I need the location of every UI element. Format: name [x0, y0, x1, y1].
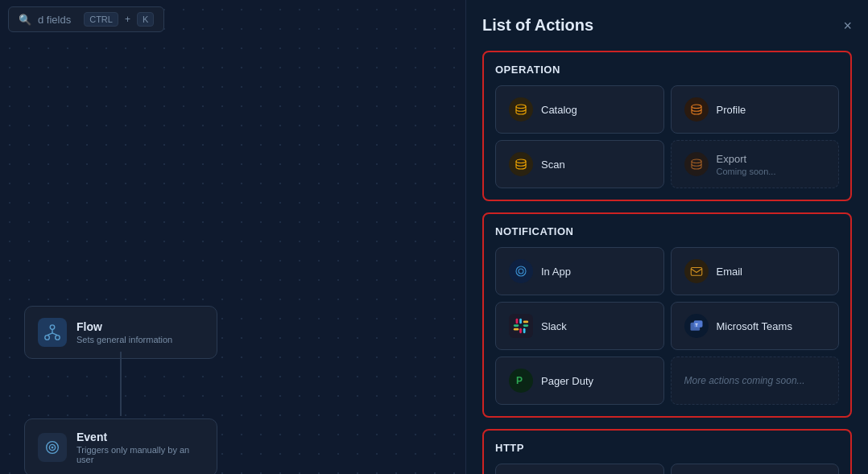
more-notification-button: More actions coming soon...	[671, 357, 840, 405]
flow-node-icon	[38, 318, 67, 347]
svg-rect-18	[514, 324, 519, 327]
svg-rect-19	[514, 328, 519, 331]
pagerduty-label: Pager Duty	[541, 375, 593, 387]
export-button: Export Coming soon...	[671, 140, 840, 188]
svg-rect-16	[516, 319, 519, 324]
svg-rect-21	[523, 328, 526, 333]
actions-panel: List of Actions × Operation Catalog	[465, 0, 868, 474]
svg-point-0	[50, 325, 55, 330]
profile-icon	[684, 97, 709, 122]
scan-button[interactable]: Scan	[495, 140, 664, 188]
profile-button[interactable]: Profile	[671, 85, 840, 134]
svg-point-1	[45, 336, 50, 340]
svg-point-13	[516, 266, 526, 276]
operation-grid: Catalog Profile	[495, 85, 839, 188]
panel-header: List of Actions ×	[482, 16, 852, 35]
event-node[interactable]: Event Triggers only manually by an user	[24, 418, 217, 474]
svg-text:T: T	[695, 323, 698, 328]
notification-section: Notification In App Emai	[482, 212, 852, 418]
httpaction-button[interactable]: HTTP Action	[671, 464, 840, 474]
webhook-button[interactable]: Webhook	[495, 464, 664, 474]
msteams-button[interactable]: T Microsoft Teams	[671, 302, 840, 350]
flow-node-title: Flow	[76, 320, 172, 333]
connector-line	[120, 352, 122, 416]
catalog-label: Catalog	[541, 104, 577, 116]
flow-node-subtitle: Sets general information	[76, 335, 172, 344]
operation-label: Operation	[495, 64, 839, 76]
flow-canvas: 🔍 d fields CTRL + K Flow Sets general in…	[0, 0, 465, 474]
email-icon	[684, 259, 709, 283]
slack-icon	[509, 314, 533, 338]
export-label: Export	[717, 153, 776, 165]
scan-icon	[509, 152, 533, 176]
more-notification-label: More actions coming soon...	[684, 375, 805, 386]
profile-label: Profile	[717, 104, 746, 116]
pagerduty-icon: P	[509, 369, 533, 393]
export-sublabel: Coming soon...	[717, 167, 776, 176]
http-label: HTTP	[495, 442, 839, 454]
svg-rect-20	[519, 328, 522, 333]
inapp-label: In App	[541, 266, 571, 278]
svg-line-5	[52, 333, 57, 336]
slack-button[interactable]: Slack	[495, 302, 664, 350]
svg-rect-22	[523, 324, 528, 327]
catalog-button[interactable]: Catalog	[495, 85, 664, 134]
http-section: HTTP Webhook	[482, 429, 852, 474]
search-icon: 🔍	[19, 14, 31, 26]
svg-point-10	[692, 105, 701, 109]
panel-title: List of Actions	[482, 16, 593, 35]
http-grid: Webhook HTTP Action	[495, 464, 839, 474]
svg-point-9	[516, 105, 526, 109]
notification-label: Notification	[495, 225, 839, 237]
email-label: Email	[717, 266, 743, 278]
shortcut-k: K	[137, 12, 154, 27]
msteams-icon: T	[684, 314, 709, 338]
svg-point-8	[52, 447, 54, 449]
svg-line-4	[48, 333, 52, 336]
svg-point-12	[692, 159, 701, 163]
svg-point-14	[519, 269, 523, 274]
shortcut-plus: +	[125, 14, 130, 25]
export-icon	[684, 152, 709, 176]
pagerduty-button[interactable]: P Pager Duty	[495, 357, 664, 405]
email-button[interactable]: Email	[671, 247, 840, 295]
notification-grid: In App Email	[495, 247, 839, 405]
svg-point-2	[56, 336, 60, 340]
operation-section: Operation Catalog	[482, 51, 852, 201]
close-button[interactable]: ×	[843, 19, 852, 33]
export-text: Export Coming soon...	[717, 153, 776, 176]
event-node-text: Event Triggers only manually by an user	[76, 431, 204, 464]
event-node-subtitle: Triggers only manually by an user	[76, 445, 204, 464]
catalog-icon	[509, 97, 533, 122]
search-bar[interactable]: 🔍 d fields CTRL + K	[8, 6, 164, 32]
svg-rect-15	[691, 268, 702, 276]
inapp-button[interactable]: In App	[495, 247, 664, 295]
shortcut-ctrl: CTRL	[84, 12, 118, 27]
slack-label: Slack	[541, 320, 567, 332]
event-node-title: Event	[76, 431, 204, 443]
search-placeholder-text: d fields	[38, 14, 71, 26]
svg-rect-17	[519, 319, 522, 324]
svg-point-11	[516, 159, 526, 163]
inapp-icon	[509, 259, 533, 283]
scan-label: Scan	[541, 159, 565, 171]
msteams-label: Microsoft Teams	[717, 320, 792, 332]
flow-node-text: Flow Sets general information	[76, 320, 172, 344]
event-node-icon	[38, 433, 67, 462]
svg-rect-23	[523, 321, 528, 324]
svg-text:P: P	[516, 375, 523, 386]
